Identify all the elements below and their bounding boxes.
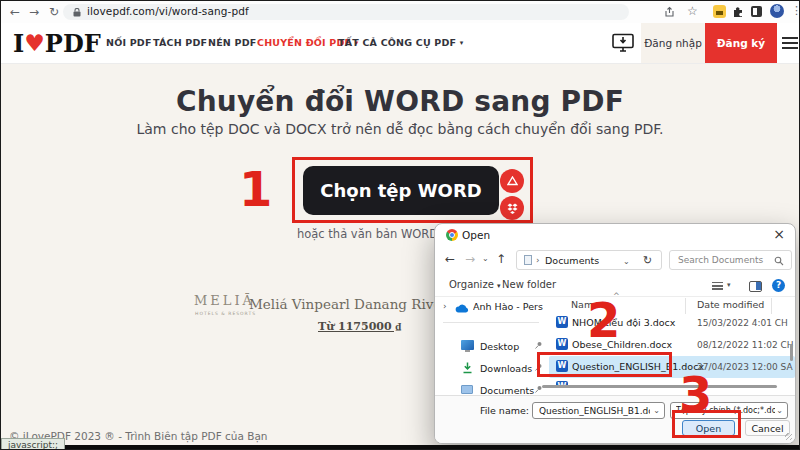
share-icon[interactable] (663, 6, 675, 18)
chevron-down-icon: ▾ (497, 282, 501, 290)
ad-brand-logo: MELIĀ (194, 293, 255, 308)
organize-menu[interactable]: Organize ▾ (449, 279, 501, 290)
preview-pane-icon[interactable] (749, 281, 762, 292)
breadcrumb-bar[interactable]: › Documents ⌄ ↻ (516, 250, 662, 270)
sidebar-item-desktop[interactable]: Desktop (480, 341, 519, 352)
sidebar-separator (443, 322, 539, 323)
search-box[interactable] (669, 250, 792, 270)
column-divider[interactable] (771, 298, 772, 314)
vertical-scrollbar[interactable] (790, 344, 793, 361)
logo-text-pdf: PDF (45, 29, 101, 58)
browser-menu-icon[interactable]: ⋮ (791, 4, 800, 17)
documents-folder-icon (461, 385, 473, 394)
breadcrumb-dropdown-icon[interactable]: ⌄ (623, 257, 630, 266)
ad-price-link[interactable]: Từ 1175000 ₫ (318, 320, 401, 333)
column-header-date-modified[interactable]: Date modified (697, 299, 764, 310)
login-button[interactable]: Đăng nhập (641, 23, 705, 63)
desktop-app-download-icon[interactable] (611, 33, 635, 54)
annotation-box-3 (672, 410, 741, 438)
word-file-icon: W (556, 338, 568, 350)
hamburger-menu-icon[interactable] (782, 37, 798, 49)
file-name-input[interactable] (534, 404, 650, 417)
dialog-title: Open (462, 229, 490, 241)
side-panel-icon[interactable] (751, 6, 762, 17)
extensions-puzzle-icon[interactable] (732, 5, 745, 18)
pin-icon (534, 341, 543, 350)
profile-avatar[interactable] (770, 4, 784, 18)
chrome-icon (446, 229, 458, 241)
file-row[interactable]: W NHOM tiểu đội 3.docx 15/03/2022 4:01 C… (549, 314, 795, 335)
word-file-icon: W (556, 316, 568, 328)
annotation-box-2 (537, 352, 672, 377)
status-bar-link-preview: javascript:; (1, 438, 65, 450)
desktop-icon (461, 340, 474, 350)
extension-badge-icon[interactable] (713, 5, 726, 18)
page-subtitle: Làm cho tệp DOC và DOCX trở nên dễ đọc b… (1, 121, 799, 137)
browser-toolbar: ← → ↻ ilovepdf.com/vi/word-sang-pdf ☆ ⋮ (1, 1, 799, 24)
downloads-icon (462, 362, 473, 374)
help-icon[interactable]: ? (772, 279, 785, 292)
onedrive-cloud-icon (455, 304, 469, 313)
expand-chevron-icon[interactable]: › (443, 301, 447, 311)
annotation-step-2: 2 (587, 302, 620, 338)
heart-icon: ♥ (24, 29, 45, 56)
resize-grip[interactable] (785, 433, 792, 440)
back-icon[interactable]: ← (10, 1, 20, 23)
file-name-combo[interactable]: ⌄ (532, 402, 665, 419)
nav-merge-pdf[interactable]: NỐI PDF (106, 37, 152, 48)
breadcrumb-location[interactable]: Documents (545, 255, 599, 266)
breadcrumb-separator-icon: › (536, 255, 540, 265)
page-title: Chuyển đổi WORD sang PDF (1, 85, 799, 118)
ilovepdf-logo[interactable]: I♥PDF (13, 29, 101, 58)
nav-split-pdf[interactable]: TÁCH PDF (153, 37, 207, 48)
bottom-border-strip (1, 445, 799, 450)
logo-text-i: I (13, 29, 24, 58)
dialog-forward-icon[interactable]: → (465, 252, 475, 266)
view-options-icon[interactable] (712, 282, 723, 291)
cancel-button[interactable]: Cancel (745, 420, 790, 436)
column-divider[interactable] (685, 298, 686, 314)
dialog-refresh-icon[interactable]: ↻ (643, 254, 652, 267)
dialog-back-icon[interactable]: ← (445, 252, 455, 266)
sidebar-item-onedrive[interactable]: Anh Hào - Person (473, 301, 543, 312)
refresh-icon[interactable]: ↻ (49, 1, 59, 23)
site-header: I♥PDF NỐI PDF TÁCH PDF NÉN PDF CHUYỂN ĐỔ… (1, 23, 799, 64)
annotation-step-1: 1 (239, 171, 272, 207)
view-options-chevron-icon[interactable]: ▾ (727, 281, 731, 289)
forward-icon[interactable]: → (29, 1, 39, 23)
new-folder-button[interactable]: New folder (502, 279, 556, 290)
sidebar-item-downloads[interactable]: Downloads (480, 363, 532, 374)
url-text: ilovepdf.com/vi/word-sang-pdf (87, 5, 249, 17)
bookmark-star-icon[interactable]: ☆ (687, 4, 698, 18)
chevron-down-icon: ⌄ (653, 406, 660, 415)
close-icon[interactable]: × (773, 226, 785, 242)
lock-icon (73, 8, 81, 17)
search-input[interactable] (672, 252, 778, 268)
signup-button[interactable]: Đăng ký (705, 23, 777, 63)
search-icon (774, 256, 784, 266)
annotation-box-1 (292, 157, 533, 223)
ad-brand-subtext: HOTELS & RESORTS (195, 311, 256, 316)
nav-compress-pdf[interactable]: NÉN PDF (208, 37, 256, 48)
chevron-down-icon: ▾ (460, 39, 464, 47)
chevron-down-icon: ⌄ (776, 406, 783, 415)
nav-all-tools[interactable]: TẤT CẢ CÔNG CỤ PDF ▾ (338, 37, 464, 48)
drop-hint-text: hoặc thả văn bản WORD (297, 227, 438, 241)
up-directory-icon[interactable]: ↑ (496, 252, 506, 266)
annotation-step-3: 3 (679, 376, 712, 412)
folder-location-icon (524, 255, 532, 265)
file-name-label: File name: (475, 405, 529, 416)
horizontal-scrollbar[interactable] (542, 385, 777, 388)
recent-locations-chevron-icon[interactable]: ⌄ (482, 254, 489, 263)
screenshot-root: ← → ↻ ilovepdf.com/vi/word-sang-pdf ☆ ⋮ … (0, 0, 800, 450)
